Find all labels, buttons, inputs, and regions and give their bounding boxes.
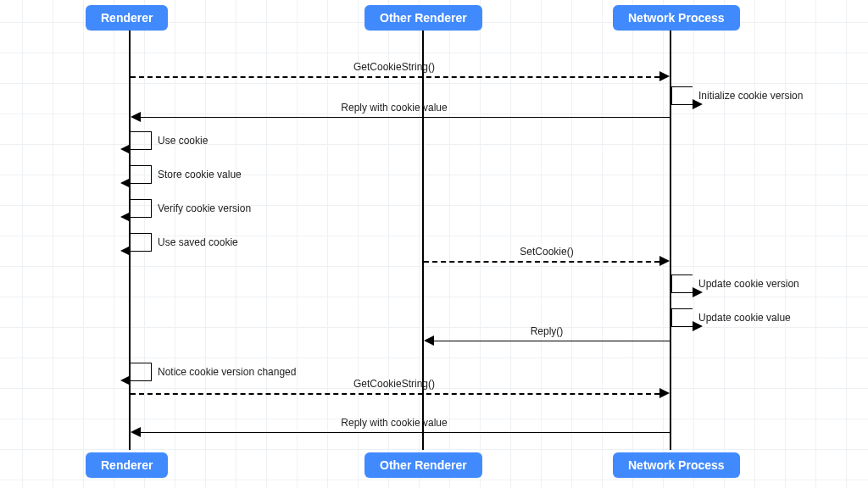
label: Network Process [628, 458, 725, 472]
arrow-icon [120, 212, 131, 222]
arrow-icon [659, 71, 670, 81]
lane-footer-network-process: Network Process [613, 452, 740, 478]
msg-set-cookie [424, 261, 659, 263]
msg-label: Reply with cookie value [341, 102, 447, 114]
self-label: Update cookie value [698, 312, 791, 324]
arrow-icon [424, 336, 434, 346]
self-use-cookie [131, 131, 152, 150]
self-label: Verify cookie version [158, 202, 251, 214]
self-label: Use saved cookie [158, 236, 238, 248]
lane-footer-other-renderer: Other Renderer [364, 452, 482, 478]
arrow-icon [659, 388, 670, 398]
arrow-icon [131, 112, 141, 122]
lane-footer-renderer: Renderer [86, 452, 168, 478]
msg-reply-cookie-1 [141, 117, 670, 118]
msg-label: GetCookieString() [353, 378, 435, 390]
arrow-icon [659, 256, 670, 266]
self-update-cookie-value [671, 308, 693, 327]
self-initialize-cookie-version [671, 86, 693, 105]
msg-reply-setcookie [434, 341, 670, 341]
msg-label: Reply() [531, 325, 564, 337]
label: Renderer [101, 458, 153, 472]
self-use-saved-cookie [131, 233, 152, 252]
arrow-icon [120, 375, 131, 385]
label: Network Process [628, 11, 725, 25]
self-verify-cookie [131, 199, 152, 218]
self-update-cookie-version [671, 274, 693, 293]
self-label: Update cookie version [698, 278, 799, 290]
arrow-icon [120, 144, 131, 154]
sequence-diagram: Renderer Other Renderer Network Process … [0, 0, 868, 488]
self-label: Store cookie value [158, 169, 242, 180]
arrow-icon [120, 178, 131, 188]
label: Renderer [101, 11, 153, 25]
label: Other Renderer [380, 11, 467, 25]
lane-header-network-process: Network Process [613, 5, 740, 30]
msg-label: GetCookieString() [353, 61, 435, 73]
msg-label: Reply with cookie value [341, 417, 447, 429]
msg-label: SetCookie() [520, 246, 573, 258]
msg-get-cookie-string-1 [131, 76, 659, 78]
lane-header-other-renderer: Other Renderer [364, 5, 482, 30]
self-store-cookie [131, 165, 152, 184]
label: Other Renderer [380, 458, 467, 472]
msg-get-cookie-string-2 [131, 393, 659, 395]
self-label: Initialize cookie version [698, 90, 803, 102]
self-label: Notice cookie version changed [158, 366, 296, 378]
self-label: Use cookie [158, 135, 208, 147]
msg-reply-cookie-2 [141, 432, 670, 433]
lane-header-renderer: Renderer [86, 5, 168, 30]
arrow-icon [120, 246, 131, 256]
self-notice-version-changed [131, 363, 152, 381]
arrow-icon [131, 427, 141, 437]
